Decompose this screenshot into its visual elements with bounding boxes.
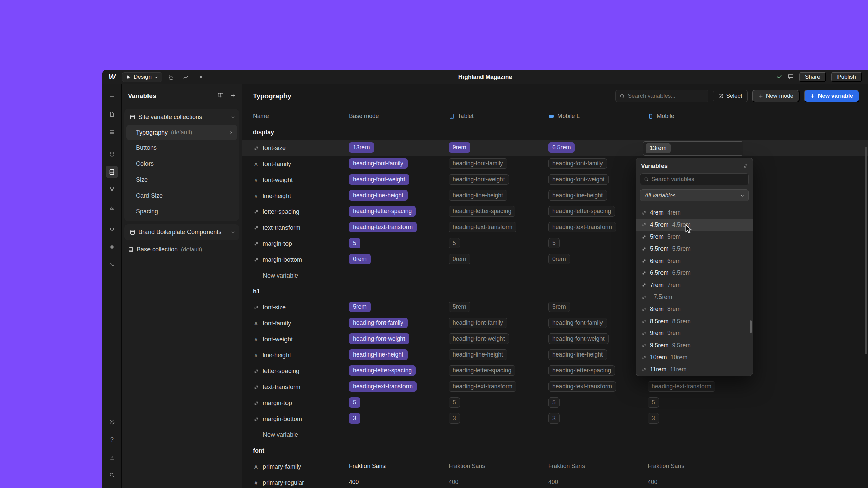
cell-tablet[interactable]: heading-letter-spacing <box>449 206 548 218</box>
value-pill[interactable]: heading-text-transform <box>449 381 516 392</box>
cell-base-mode[interactable]: heading-letter-spacing <box>349 365 449 377</box>
cell-tablet[interactable]: 5 <box>449 397 548 409</box>
value-pill[interactable]: 3 <box>449 413 460 424</box>
navigator-icon[interactable] <box>106 126 118 138</box>
section-header-display[interactable]: display <box>242 124 868 140</box>
variable-option[interactable]: 7rem7rem <box>636 279 753 291</box>
cell-base-mode[interactable]: heading-font-family <box>349 318 449 329</box>
value-pill[interactable]: heading-letter-spacing <box>548 365 615 376</box>
cell-tablet[interactable]: heading-font-family <box>449 158 548 170</box>
settings-gear-icon[interactable] <box>106 416 118 428</box>
value-text[interactable]: 400 <box>648 477 657 487</box>
sidebar-item-base-collection[interactable]: Base collection (default) <box>122 242 242 258</box>
column-mobile-l[interactable]: Mobile L <box>548 113 648 120</box>
value-pill[interactable]: 5 <box>349 238 360 248</box>
variable-option[interactable]: 4rem4rem <box>636 207 753 219</box>
value-pill[interactable]: 9rem <box>449 142 470 153</box>
cell-mobile-l[interactable]: 5 <box>548 238 648 250</box>
docs-book-icon[interactable] <box>218 93 224 99</box>
pages-icon[interactable] <box>106 108 118 120</box>
cell-mobile-l[interactable]: Fraktion Sans <box>548 461 648 473</box>
cell-tablet[interactable]: heading-text-transform <box>449 222 548 234</box>
audit-icon[interactable] <box>106 259 118 271</box>
chevron-down-icon[interactable] <box>231 229 235 236</box>
variable-option[interactable]: 10rem10rem <box>636 351 753 364</box>
cell-mobile-l[interactable]: 5 <box>548 397 648 409</box>
variable-option[interactable]: 5.5rem5.5rem <box>636 243 753 255</box>
value-pill[interactable]: heading-font-weight <box>449 333 509 344</box>
value-pill[interactable]: heading-text-transform <box>349 381 417 392</box>
add-collection-icon[interactable] <box>231 93 236 99</box>
value-pill[interactable]: 5rem <box>548 302 570 312</box>
new-mode-button[interactable]: New mode <box>752 90 800 102</box>
cell-tablet[interactable]: heading-text-transform <box>449 381 548 393</box>
popup-search-input[interactable] <box>651 176 745 183</box>
variable-name-cell[interactable]: margin-bottom <box>253 256 349 263</box>
value-pill[interactable]: heading-letter-spacing <box>449 206 515 217</box>
sidebar-item-colors[interactable]: Colors <box>124 156 239 172</box>
cell-base-mode[interactable]: heading-text-transform <box>349 222 449 234</box>
variable-name-cell[interactable]: font-size <box>253 145 349 152</box>
variable-name-cell[interactable]: margin-bottom <box>253 415 349 423</box>
value-pill[interactable]: heading-line-height <box>449 349 507 360</box>
value-pill[interactable]: 13rem <box>646 143 671 153</box>
value-pill[interactable]: 5rem <box>349 302 371 312</box>
value-text[interactable]: 400 <box>548 477 558 487</box>
components-icon[interactable] <box>106 148 118 160</box>
expand-icon[interactable] <box>743 164 748 168</box>
value-pill[interactable]: heading-font-family <box>548 158 607 169</box>
publish-button[interactable]: Publish <box>831 72 862 82</box>
new-variable-button[interactable]: New variable <box>804 90 859 102</box>
chevron-down-icon[interactable] <box>231 114 235 121</box>
column-tablet[interactable]: Tablet <box>449 113 548 120</box>
value-pill[interactable]: heading-text-transform <box>449 222 516 232</box>
cell-mobile[interactable]: 400 <box>648 477 868 488</box>
variable-option[interactable]: 7.5rem <box>636 291 753 303</box>
cell-mobile-l[interactable]: 3 <box>548 413 648 425</box>
cell-mobile-l[interactable]: heading-text-transform <box>548 222 648 234</box>
cell-mobile[interactable]: heading-text-transform <box>648 381 868 393</box>
variable-name-cell[interactable]: #line-height <box>253 352 349 359</box>
cell-tablet[interactable]: 400 <box>449 477 548 488</box>
cell-mobile-l[interactable]: 0rem <box>548 254 648 266</box>
variable-option[interactable]: 8.5rem8.5rem <box>636 315 753 327</box>
variable-name-cell[interactable]: letter-spacing <box>253 368 349 375</box>
variable-name-cell[interactable]: Aprimary-family <box>253 463 349 470</box>
variable-name-cell[interactable]: #line-height <box>253 192 349 200</box>
apps-icon[interactable] <box>106 223 118 236</box>
cell-tablet[interactable]: 5 <box>449 238 548 250</box>
variables-filter-select[interactable]: All variables <box>640 189 749 201</box>
value-pill[interactable]: heading-line-height <box>548 349 607 360</box>
preview-icon[interactable] <box>195 72 207 82</box>
sidebar-item-typography[interactable]: Typography (default) <box>126 125 237 140</box>
value-pill[interactable]: 5 <box>449 238 460 248</box>
cell-base-mode[interactable]: 13rem <box>349 142 449 154</box>
cell-base-mode[interactable]: heading-font-weight <box>349 174 449 186</box>
cell-base-mode[interactable]: heading-font-family <box>349 158 449 170</box>
zoom-icon[interactable] <box>106 469 118 481</box>
cell-mobile-l[interactable]: 5rem <box>548 302 648 313</box>
cell-mobile-l[interactable]: heading-line-height <box>548 349 648 361</box>
cell-base-mode[interactable]: heading-text-transform <box>349 381 449 393</box>
sidebar-item-spacing[interactable]: Spacing <box>124 204 239 220</box>
cell-base-mode[interactable]: 5 <box>349 238 449 250</box>
cell-mobile[interactable]: Fraktion Sans <box>648 461 868 473</box>
value-pill[interactable]: heading-font-family <box>349 318 408 328</box>
variable-option-hovered[interactable]: 4.5rem4.5rem <box>636 219 753 231</box>
variable-name-cell[interactable]: #primary-regular <box>253 479 349 486</box>
cell-tablet[interactable]: Fraktion Sans <box>449 461 548 473</box>
value-text[interactable]: Fraktion Sans <box>548 461 585 471</box>
checklist-icon[interactable] <box>106 451 118 463</box>
collections-group-header[interactable]: Site variable collections <box>124 109 239 125</box>
cell-mobile-l[interactable]: 400 <box>548 477 648 488</box>
value-pill[interactable]: heading-font-weight <box>449 174 509 185</box>
value-pill[interactable]: 0rem <box>349 254 371 264</box>
sidebar-item-size[interactable]: Size <box>124 172 239 188</box>
brand-group-header[interactable]: Brand Boilerplate Components <box>124 224 239 240</box>
value-pill[interactable]: 5 <box>648 397 659 408</box>
cell-tablet[interactable]: heading-font-weight <box>449 333 548 345</box>
libraries-icon[interactable] <box>106 241 118 253</box>
select-button[interactable]: Select <box>713 90 748 102</box>
cell-tablet[interactable]: 9rem <box>449 142 548 154</box>
cell-mobile-l[interactable]: heading-font-weight <box>548 333 648 345</box>
